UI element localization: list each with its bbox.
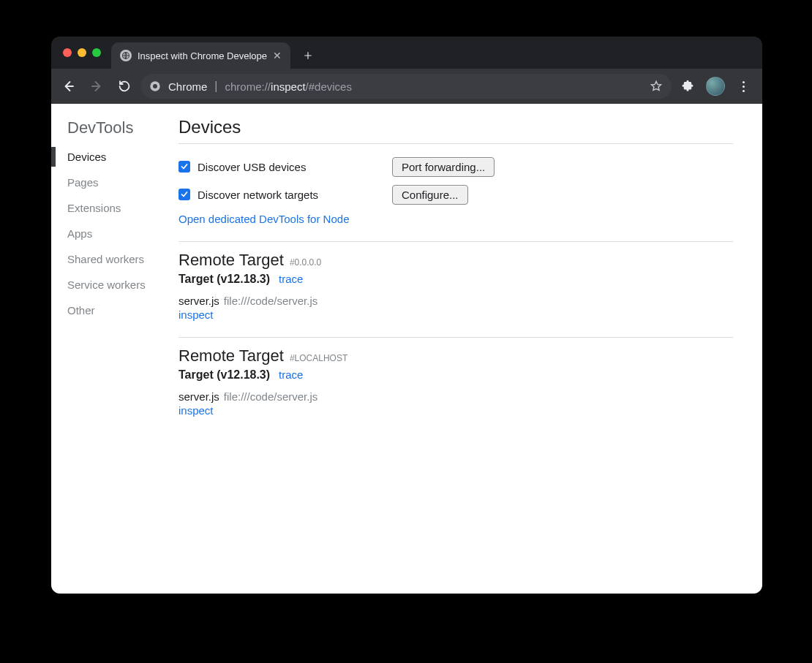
sidebar-item-shared-workers[interactable]: Shared workers bbox=[67, 251, 174, 267]
checkbox-usb[interactable] bbox=[178, 161, 190, 173]
profile-avatar[interactable] bbox=[704, 75, 727, 98]
omnibox-scheme: Chrome bbox=[168, 80, 207, 93]
trace-link[interactable]: trace bbox=[279, 368, 303, 381]
remote-target-tag: #LOCALHOST bbox=[290, 353, 347, 363]
inspect-link[interactable]: inspect bbox=[178, 404, 733, 417]
checkbox-net[interactable] bbox=[178, 189, 190, 200]
target-file-name: server.js bbox=[178, 295, 219, 307]
divider bbox=[178, 143, 733, 144]
target-name: Target (v12.18.3) bbox=[178, 368, 270, 382]
divider bbox=[178, 337, 733, 338]
chrome-window: Inspect with Chrome Develope ✕ Chrome | … bbox=[51, 37, 762, 594]
option-label-usb: Discover USB devices bbox=[198, 161, 306, 173]
open-node-devtools-link[interactable]: Open dedicated DevTools for Node bbox=[178, 213, 733, 225]
remote-target-tag: #0.0.0.0 bbox=[290, 257, 321, 268]
omnibox[interactable]: Chrome | chrome://inspect/#devices bbox=[140, 74, 672, 99]
reload-button[interactable] bbox=[113, 75, 136, 98]
target-file-path: file:///code/server.js bbox=[224, 295, 317, 307]
remote-target-section: Remote Target#LOCALHOSTTarget (v12.18.3)… bbox=[178, 337, 733, 417]
tab-title: Inspect with Chrome Develope bbox=[138, 50, 267, 61]
browser-tab[interactable]: Inspect with Chrome Develope ✕ bbox=[111, 42, 290, 69]
page-title: Devices bbox=[178, 117, 733, 137]
chrome-secure-icon bbox=[149, 80, 161, 92]
kebab-icon bbox=[743, 81, 745, 92]
sidebar-item-devices[interactable]: Devices bbox=[67, 149, 174, 164]
sidebar-item-apps[interactable]: Apps bbox=[67, 226, 174, 241]
sidebar-item-service-workers[interactable]: Service workers bbox=[67, 277, 174, 292]
close-window-icon[interactable] bbox=[63, 48, 72, 57]
extensions-icon[interactable] bbox=[676, 75, 699, 98]
inspect-link[interactable]: inspect bbox=[178, 308, 733, 321]
sidebar-title: DevTools bbox=[67, 118, 174, 137]
toolbar: Chrome | chrome://inspect/#devices bbox=[51, 69, 762, 104]
omnibox-path: chrome://inspect/#devices bbox=[225, 80, 352, 93]
sidebar: DevTools DevicesPagesExtensionsAppsShare… bbox=[51, 104, 174, 594]
remote-target-section: Remote Target#0.0.0.0Target (v12.18.3)tr… bbox=[178, 241, 733, 321]
configure-button[interactable]: Configure... bbox=[392, 185, 468, 205]
close-tab-icon[interactable]: ✕ bbox=[273, 50, 282, 61]
trace-link[interactable]: trace bbox=[279, 273, 303, 285]
maximize-window-icon[interactable] bbox=[92, 48, 101, 57]
target-file-path: file:///code/server.js bbox=[224, 390, 317, 403]
globe-icon bbox=[120, 50, 132, 61]
sidebar-item-extensions[interactable]: Extensions bbox=[67, 200, 174, 216]
menu-button[interactable] bbox=[732, 75, 755, 98]
new-tab-button[interactable] bbox=[298, 45, 318, 66]
forward-button[interactable] bbox=[85, 75, 108, 98]
main-content: Devices Discover USB devices Port forwar… bbox=[174, 104, 762, 594]
port-forwarding-button[interactable]: Port forwarding... bbox=[392, 157, 495, 177]
option-row-usb: Discover USB devices Port forwarding... bbox=[178, 153, 733, 181]
divider bbox=[178, 241, 733, 242]
sidebar-item-other[interactable]: Other bbox=[67, 303, 174, 318]
omnibox-separator: | bbox=[214, 80, 217, 93]
remote-target-title: Remote Target bbox=[178, 251, 284, 270]
target-name: Target (v12.18.3) bbox=[178, 273, 270, 286]
bookmark-star-icon[interactable] bbox=[650, 80, 663, 93]
back-button[interactable] bbox=[57, 75, 80, 98]
target-file-name: server.js bbox=[178, 390, 219, 403]
minimize-window-icon[interactable] bbox=[78, 48, 86, 57]
tab-strip: Inspect with Chrome Develope ✕ bbox=[51, 37, 762, 69]
window-controls bbox=[60, 37, 105, 69]
option-row-net: Discover network targets Configure... bbox=[178, 181, 733, 208]
sidebar-item-pages[interactable]: Pages bbox=[67, 175, 174, 190]
sidebar-list: DevicesPagesExtensionsAppsShared workers… bbox=[67, 149, 174, 318]
page-body: DevTools DevicesPagesExtensionsAppsShare… bbox=[51, 104, 762, 594]
svg-point-2 bbox=[153, 84, 157, 88]
option-label-net: Discover network targets bbox=[198, 189, 318, 201]
remote-target-title: Remote Target bbox=[178, 346, 284, 365]
